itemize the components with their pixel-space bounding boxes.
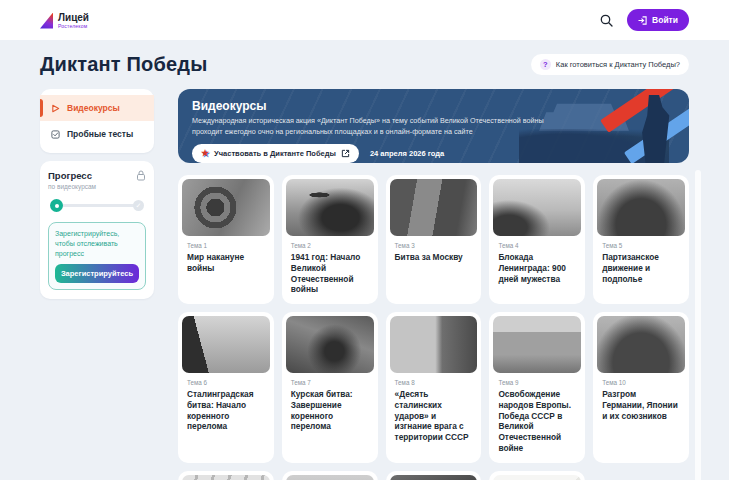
course-title: Битва за Москву	[395, 252, 473, 263]
course-theme-badge: Тема 10	[602, 379, 680, 386]
banner-title: Видеокурсы	[192, 99, 675, 113]
sidebar-item-label: Пробные тесты	[67, 129, 133, 139]
logo-triangle-icon	[40, 13, 53, 29]
banner-description: Международная историческая акция «Диктан…	[192, 116, 557, 138]
course-card[interactable]: Тема 9 Освобождение народов Европы. Побе…	[489, 312, 585, 463]
course-thumbnail	[286, 316, 374, 373]
progress-slider[interactable]: ✓	[50, 199, 144, 212]
progress-subtitle: по видеокурсам	[48, 183, 96, 190]
sidebar: Видеокурсы Пробные тесты Прогресс по вид…	[40, 89, 154, 299]
course-card[interactable]: Тема 5 Партизанское движение и подполье	[593, 175, 689, 304]
login-button[interactable]: Войти	[627, 9, 689, 31]
sidebar-menu: Видеокурсы Пробные тесты	[40, 89, 154, 153]
register-note: Зарегистрируйтесь, чтобы отслеживать про…	[55, 229, 139, 258]
participate-button[interactable]: ★ Участвовать в Диктанте Победы	[192, 144, 359, 163]
help-link[interactable]: ? Как готовиться к Диктанту Победы?	[531, 54, 689, 75]
progress-complete-check-icon: ✓	[133, 200, 144, 211]
sidebar-item-tests[interactable]: Пробные тесты	[40, 121, 154, 147]
course-title: Сталинградская битва: Начало коренного п…	[187, 389, 265, 432]
course-title: Курская битва: Завершение коренного пере…	[291, 389, 369, 432]
login-button-label: Войти	[652, 15, 678, 25]
course-title: 1941 год: Начало Великой Отечественной в…	[291, 252, 369, 295]
main-content: Видеокурсы Международная историческая ак…	[178, 89, 689, 486]
page-title: Диктант Победы	[40, 53, 208, 76]
course-card[interactable]: Тема 10 Разгром Германии, Японии и их со…	[593, 312, 689, 463]
course-card[interactable]: Тема 1 Мир накануне войны	[178, 175, 274, 304]
course-title: Разгром Германии, Японии и их союзников	[602, 389, 680, 421]
videocourses-banner: Видеокурсы Международная историческая ак…	[178, 89, 689, 163]
course-thumbnail	[390, 179, 478, 236]
logo-title: Лицей	[58, 12, 89, 23]
course-thumbnail	[286, 179, 374, 236]
course-theme-badge: Тема 4	[498, 242, 576, 249]
progress-title: Прогресс	[48, 170, 96, 181]
course-title: «Десять сталинских ударов» и изгнание вр…	[395, 389, 473, 443]
course-title: Блокада Ленинграда: 900 дней мужества	[498, 252, 576, 284]
course-thumbnail	[390, 316, 478, 373]
victory-star-icon: ★	[201, 149, 209, 158]
scrollbar[interactable]	[695, 170, 701, 482]
play-icon	[51, 104, 60, 113]
event-date: 24 апреля 2026 года	[370, 149, 444, 158]
course-title: Мир накануне войны	[187, 252, 265, 274]
header: Лицей Ростелеком Войти	[0, 0, 729, 40]
course-theme-badge: Тема 5	[602, 242, 680, 249]
course-card[interactable]: Тема 4 Блокада Ленинграда: 900 дней муже…	[489, 175, 585, 304]
register-note-box: Зарегистрируйтесь, чтобы отслеживать про…	[48, 222, 146, 290]
course-thumbnail	[182, 316, 270, 373]
lock-icon	[136, 170, 146, 181]
course-thumbnail	[597, 316, 685, 373]
sidebar-item-label: Видеокурсы	[67, 103, 120, 113]
course-thumbnail	[182, 179, 270, 236]
courses-grid: Тема 1 Мир накануне войны Тема 2 1941 го…	[178, 175, 689, 486]
logo-subtitle: Ростелеком	[58, 23, 89, 29]
course-title: Партизанское движение и подполье	[602, 252, 680, 284]
participate-button-label: Участвовать в Диктанте Победы	[214, 149, 336, 158]
course-card[interactable]: Тема 7 Курская битва: Завершение коренно…	[282, 312, 378, 463]
course-thumbnail	[597, 179, 685, 236]
course-card[interactable]: Тема 6 Сталинградская битва: Начало коре…	[178, 312, 274, 463]
course-card[interactable]: Тема 3 Битва за Москву	[386, 175, 482, 304]
search-icon[interactable]	[600, 14, 613, 27]
progress-track	[55, 204, 139, 207]
course-card[interactable]: Тема 8 «Десять сталинских ударов» и изгн…	[386, 312, 482, 463]
test-checkbox-icon	[51, 130, 60, 139]
course-theme-badge: Тема 6	[187, 379, 265, 386]
external-link-icon	[341, 149, 350, 158]
course-theme-badge: Тема 2	[291, 242, 369, 249]
question-mark-icon: ?	[540, 59, 551, 70]
course-title: Освобождение народов Европы. Победа СССР…	[498, 389, 576, 454]
help-link-label: Как готовиться к Диктанту Победы?	[556, 60, 680, 69]
course-theme-badge: Тема 9	[498, 379, 576, 386]
course-thumbnail	[493, 316, 581, 373]
course-theme-badge: Тема 1	[187, 242, 265, 249]
course-theme-badge: Тема 7	[291, 379, 369, 386]
course-card[interactable]: Тема 2 1941 год: Начало Великой Отечеств…	[282, 175, 378, 304]
course-thumbnail	[493, 179, 581, 236]
footer-edge	[0, 480, 729, 486]
progress-handle[interactable]	[50, 199, 63, 212]
progress-card: Прогресс по видеокурсам ✓ Зарегистрируйт…	[40, 161, 154, 299]
course-theme-badge: Тема 3	[395, 242, 473, 249]
login-arrow-icon	[638, 16, 647, 25]
register-button[interactable]: Зарегистрируйтесь	[55, 264, 139, 283]
course-theme-badge: Тема 8	[395, 379, 473, 386]
site-logo[interactable]: Лицей Ростелеком	[40, 12, 89, 29]
sidebar-item-videocourses[interactable]: Видеокурсы	[40, 95, 154, 121]
